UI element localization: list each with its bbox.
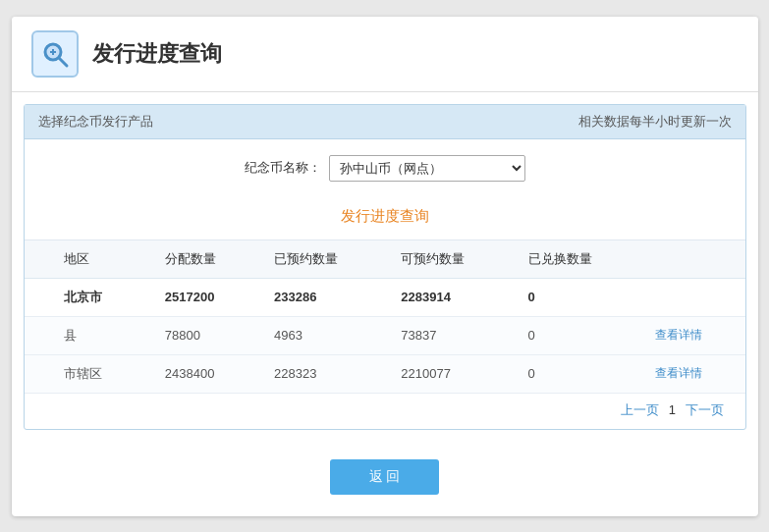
header-icon <box>31 30 79 78</box>
cell-allocated: 2438400 <box>151 354 260 393</box>
svg-line-1 <box>59 58 67 66</box>
current-page: 1 <box>669 402 676 417</box>
col-header-exchanged: 已兑换数量 <box>515 240 641 279</box>
col-header-reserved: 已预约数量 <box>260 240 387 279</box>
back-button[interactable]: 返 回 <box>330 459 440 495</box>
cell-action[interactable]: 查看详情 <box>641 316 745 354</box>
next-page-link[interactable]: 下一页 <box>686 402 724 417</box>
form-row: 纪念币名称： 孙中山币（网点） <box>25 139 745 197</box>
cell-exchanged: 0 <box>515 316 641 354</box>
col-header-area: 地区 <box>25 240 151 279</box>
cell-area: 县 <box>25 316 151 354</box>
content-header-left: 选择纪念币发行产品 <box>38 113 153 131</box>
detail-link-2[interactable]: 查看详情 <box>655 366 702 380</box>
coin-select[interactable]: 孙中山币（网点） <box>329 155 525 182</box>
cell-available: 2210077 <box>387 354 514 393</box>
table-header-row: 地区 分配数量 已预约数量 可预约数量 已兑换数量 <box>25 240 745 279</box>
cell-exchanged: 0 <box>515 354 641 393</box>
section-title: 发行进度查询 <box>25 197 745 240</box>
table-row: 市辖区 2438400 228323 2210077 0 查看详情 <box>25 354 745 393</box>
table-row: 县 78800 4963 73837 0 查看详情 <box>25 316 745 354</box>
coin-name-label: 纪念币名称： <box>245 159 321 177</box>
main-container: 发行进度查询 选择纪念币发行产品 相关数据每半小时更新一次 纪念币名称： 孙中山… <box>12 17 758 516</box>
cell-reserved: 228323 <box>260 354 387 393</box>
cell-allocated: 2517200 <box>151 278 260 316</box>
cell-reserved: 4963 <box>260 316 387 354</box>
detail-link-1[interactable]: 查看详情 <box>655 328 702 342</box>
footer: 返 回 <box>12 442 758 516</box>
cell-action <box>641 278 745 316</box>
content-box: 选择纪念币发行产品 相关数据每半小时更新一次 纪念币名称： 孙中山币（网点） 发… <box>24 104 746 430</box>
data-table: 地区 分配数量 已预约数量 可预约数量 已兑换数量 北京市 2517200 23… <box>25 240 745 394</box>
col-header-action <box>641 240 745 279</box>
cell-reserved: 233286 <box>260 278 387 316</box>
cell-action[interactable]: 查看详情 <box>641 354 745 393</box>
pagination: 上一页 1 下一页 <box>25 394 745 429</box>
content-header-right: 相关数据每半小时更新一次 <box>578 113 732 131</box>
cell-allocated: 78800 <box>151 316 260 354</box>
cell-available: 2283914 <box>387 278 514 316</box>
page-title: 发行进度查询 <box>92 39 222 69</box>
cell-area: 北京市 <box>25 278 151 316</box>
cell-exchanged: 0 <box>515 278 641 316</box>
col-header-allocated: 分配数量 <box>151 240 260 279</box>
cell-available: 73837 <box>387 316 514 354</box>
col-header-available: 可预约数量 <box>387 240 514 279</box>
page-header: 发行进度查询 <box>12 17 758 92</box>
search-icon <box>40 39 70 69</box>
table-row: 北京市 2517200 233286 2283914 0 <box>25 278 745 316</box>
content-header-bar: 选择纪念币发行产品 相关数据每半小时更新一次 <box>25 105 745 139</box>
prev-page-link[interactable]: 上一页 <box>621 402 659 417</box>
cell-area: 市辖区 <box>25 354 151 393</box>
